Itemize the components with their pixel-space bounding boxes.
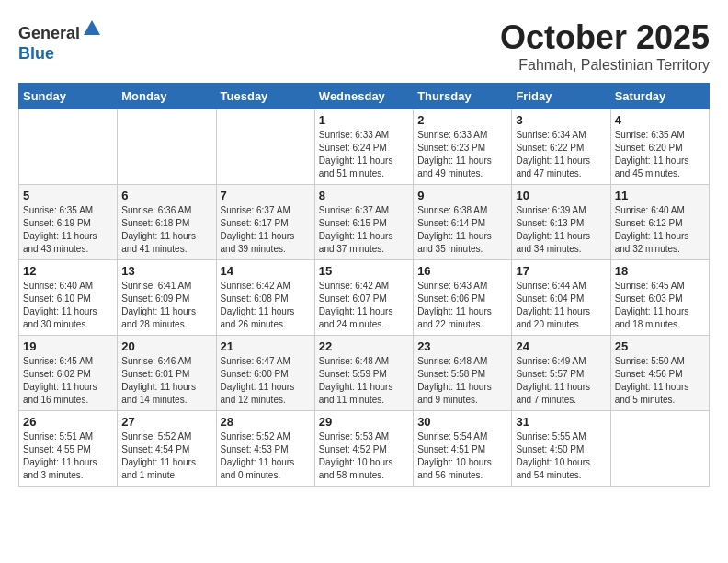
day-info: Sunrise: 6:35 AM Sunset: 6:19 PM Dayligh… bbox=[23, 204, 113, 256]
day-info: Sunrise: 6:43 AM Sunset: 6:06 PM Dayligh… bbox=[417, 280, 507, 331]
title-block: October 2025 Fahmah, Palestinian Territo… bbox=[500, 18, 710, 74]
day-cell: 16Sunrise: 6:43 AM Sunset: 6:06 PM Dayli… bbox=[414, 260, 512, 336]
calendar-table: SundayMondayTuesdayWednesdayThursdayFrid… bbox=[18, 83, 710, 487]
day-info: Sunrise: 6:40 AM Sunset: 6:12 PM Dayligh… bbox=[615, 204, 705, 256]
day-cell: 11Sunrise: 6:40 AM Sunset: 6:12 PM Dayli… bbox=[610, 185, 709, 260]
day-info: Sunrise: 6:48 AM Sunset: 5:58 PM Dayligh… bbox=[417, 355, 507, 407]
day-number: 29 bbox=[319, 415, 409, 429]
day-info: Sunrise: 6:40 AM Sunset: 6:10 PM Dayligh… bbox=[23, 280, 113, 331]
day-info: Sunrise: 6:48 AM Sunset: 5:59 PM Dayligh… bbox=[319, 355, 409, 407]
day-number: 23 bbox=[417, 339, 507, 353]
day-number: 5 bbox=[23, 189, 113, 202]
day-number: 8 bbox=[319, 189, 409, 202]
day-number: 24 bbox=[516, 339, 606, 353]
logo-blue: Blue bbox=[18, 44, 54, 63]
day-cell: 7Sunrise: 6:37 AM Sunset: 6:17 PM Daylig… bbox=[216, 185, 314, 260]
location-title: Fahmah, Palestinian Territory bbox=[500, 57, 710, 74]
svg-marker-0 bbox=[84, 20, 100, 35]
day-number: 18 bbox=[615, 264, 705, 278]
day-info: Sunrise: 5:52 AM Sunset: 4:53 PM Dayligh… bbox=[221, 431, 311, 482]
logo: General Blue bbox=[18, 18, 102, 63]
day-info: Sunrise: 5:51 AM Sunset: 4:55 PM Dayligh… bbox=[23, 431, 113, 482]
day-info: Sunrise: 5:54 AM Sunset: 4:51 PM Dayligh… bbox=[417, 431, 507, 482]
day-cell: 5Sunrise: 6:35 AM Sunset: 6:19 PM Daylig… bbox=[19, 185, 118, 260]
week-row-4: 19Sunrise: 6:45 AM Sunset: 6:02 PM Dayli… bbox=[19, 336, 710, 411]
day-info: Sunrise: 6:42 AM Sunset: 6:08 PM Dayligh… bbox=[221, 280, 311, 331]
day-number: 2 bbox=[417, 113, 507, 127]
day-number: 13 bbox=[121, 264, 211, 278]
day-cell: 29Sunrise: 5:53 AM Sunset: 4:52 PM Dayli… bbox=[314, 411, 413, 487]
logo-general: General bbox=[18, 24, 80, 42]
day-cell: 10Sunrise: 6:39 AM Sunset: 6:13 PM Dayli… bbox=[512, 185, 610, 260]
col-header-sunday: Sunday bbox=[19, 84, 118, 109]
header-row: SundayMondayTuesdayWednesdayThursdayFrid… bbox=[19, 84, 710, 109]
day-number: 19 bbox=[23, 339, 113, 353]
day-number: 25 bbox=[615, 339, 705, 353]
day-number: 9 bbox=[417, 189, 507, 202]
day-number: 7 bbox=[221, 189, 311, 202]
day-cell: 31Sunrise: 5:55 AM Sunset: 4:50 PM Dayli… bbox=[512, 411, 610, 487]
day-cell: 12Sunrise: 6:40 AM Sunset: 6:10 PM Dayli… bbox=[19, 260, 118, 336]
day-info: Sunrise: 6:45 AM Sunset: 6:03 PM Dayligh… bbox=[615, 280, 705, 331]
col-header-tuesday: Tuesday bbox=[216, 84, 314, 109]
day-cell: 21Sunrise: 6:47 AM Sunset: 6:00 PM Dayli… bbox=[216, 336, 314, 411]
day-cell: 18Sunrise: 6:45 AM Sunset: 6:03 PM Dayli… bbox=[610, 260, 709, 336]
day-number: 14 bbox=[221, 264, 311, 278]
day-cell: 1Sunrise: 6:33 AM Sunset: 6:24 PM Daylig… bbox=[314, 109, 413, 185]
day-number: 15 bbox=[319, 264, 409, 278]
day-number: 16 bbox=[417, 264, 507, 278]
day-cell: 28Sunrise: 5:52 AM Sunset: 4:53 PM Dayli… bbox=[216, 411, 314, 487]
day-info: Sunrise: 6:47 AM Sunset: 6:00 PM Dayligh… bbox=[221, 355, 311, 407]
day-info: Sunrise: 6:44 AM Sunset: 6:04 PM Dayligh… bbox=[516, 280, 606, 331]
day-cell: 9Sunrise: 6:38 AM Sunset: 6:14 PM Daylig… bbox=[414, 185, 512, 260]
month-title: October 2025 bbox=[500, 18, 710, 57]
day-cell: 30Sunrise: 5:54 AM Sunset: 4:51 PM Dayli… bbox=[414, 411, 512, 487]
day-number: 4 bbox=[615, 113, 705, 127]
day-number: 26 bbox=[23, 415, 113, 429]
day-info: Sunrise: 5:52 AM Sunset: 4:54 PM Dayligh… bbox=[121, 431, 211, 482]
col-header-monday: Monday bbox=[118, 84, 216, 109]
day-cell: 20Sunrise: 6:46 AM Sunset: 6:01 PM Dayli… bbox=[118, 336, 216, 411]
day-info: Sunrise: 5:50 AM Sunset: 4:56 PM Dayligh… bbox=[615, 355, 705, 407]
day-number: 11 bbox=[615, 189, 705, 202]
col-header-friday: Friday bbox=[512, 84, 610, 109]
logo-icon bbox=[82, 18, 102, 39]
day-cell bbox=[19, 109, 118, 185]
day-cell: 13Sunrise: 6:41 AM Sunset: 6:09 PM Dayli… bbox=[118, 260, 216, 336]
day-info: Sunrise: 6:33 AM Sunset: 6:24 PM Dayligh… bbox=[319, 129, 409, 180]
week-row-5: 26Sunrise: 5:51 AM Sunset: 4:55 PM Dayli… bbox=[19, 411, 710, 487]
day-number: 20 bbox=[121, 339, 211, 353]
day-number: 3 bbox=[516, 113, 606, 127]
day-cell: 14Sunrise: 6:42 AM Sunset: 6:08 PM Dayli… bbox=[216, 260, 314, 336]
day-number: 22 bbox=[319, 339, 409, 353]
day-number: 30 bbox=[417, 415, 507, 429]
col-header-saturday: Saturday bbox=[610, 84, 709, 109]
day-cell bbox=[216, 109, 314, 185]
page-header: General Blue October 2025 Fahmah, Palest… bbox=[18, 18, 710, 74]
day-info: Sunrise: 6:42 AM Sunset: 6:07 PM Dayligh… bbox=[319, 280, 409, 331]
day-number: 12 bbox=[23, 264, 113, 278]
day-cell: 25Sunrise: 5:50 AM Sunset: 4:56 PM Dayli… bbox=[610, 336, 709, 411]
day-number: 31 bbox=[516, 415, 606, 429]
col-header-wednesday: Wednesday bbox=[314, 84, 413, 109]
day-info: Sunrise: 6:38 AM Sunset: 6:14 PM Dayligh… bbox=[417, 204, 507, 256]
day-cell: 19Sunrise: 6:45 AM Sunset: 6:02 PM Dayli… bbox=[19, 336, 118, 411]
day-info: Sunrise: 6:36 AM Sunset: 6:18 PM Dayligh… bbox=[121, 204, 211, 256]
day-cell bbox=[610, 411, 709, 487]
day-cell: 15Sunrise: 6:42 AM Sunset: 6:07 PM Dayli… bbox=[314, 260, 413, 336]
day-info: Sunrise: 6:49 AM Sunset: 5:57 PM Dayligh… bbox=[516, 355, 606, 407]
day-info: Sunrise: 6:46 AM Sunset: 6:01 PM Dayligh… bbox=[121, 355, 211, 407]
day-cell: 17Sunrise: 6:44 AM Sunset: 6:04 PM Dayli… bbox=[512, 260, 610, 336]
week-row-2: 5Sunrise: 6:35 AM Sunset: 6:19 PM Daylig… bbox=[19, 185, 710, 260]
day-info: Sunrise: 5:55 AM Sunset: 4:50 PM Dayligh… bbox=[516, 431, 606, 482]
day-cell: 22Sunrise: 6:48 AM Sunset: 5:59 PM Dayli… bbox=[314, 336, 413, 411]
day-cell: 2Sunrise: 6:33 AM Sunset: 6:23 PM Daylig… bbox=[414, 109, 512, 185]
day-cell: 27Sunrise: 5:52 AM Sunset: 4:54 PM Dayli… bbox=[118, 411, 216, 487]
day-cell: 6Sunrise: 6:36 AM Sunset: 6:18 PM Daylig… bbox=[118, 185, 216, 260]
day-info: Sunrise: 6:37 AM Sunset: 6:17 PM Dayligh… bbox=[221, 204, 311, 256]
week-row-3: 12Sunrise: 6:40 AM Sunset: 6:10 PM Dayli… bbox=[19, 260, 710, 336]
day-info: Sunrise: 6:34 AM Sunset: 6:22 PM Dayligh… bbox=[516, 129, 606, 180]
day-number: 6 bbox=[121, 189, 211, 202]
col-header-thursday: Thursday bbox=[414, 84, 512, 109]
day-info: Sunrise: 6:41 AM Sunset: 6:09 PM Dayligh… bbox=[121, 280, 211, 331]
